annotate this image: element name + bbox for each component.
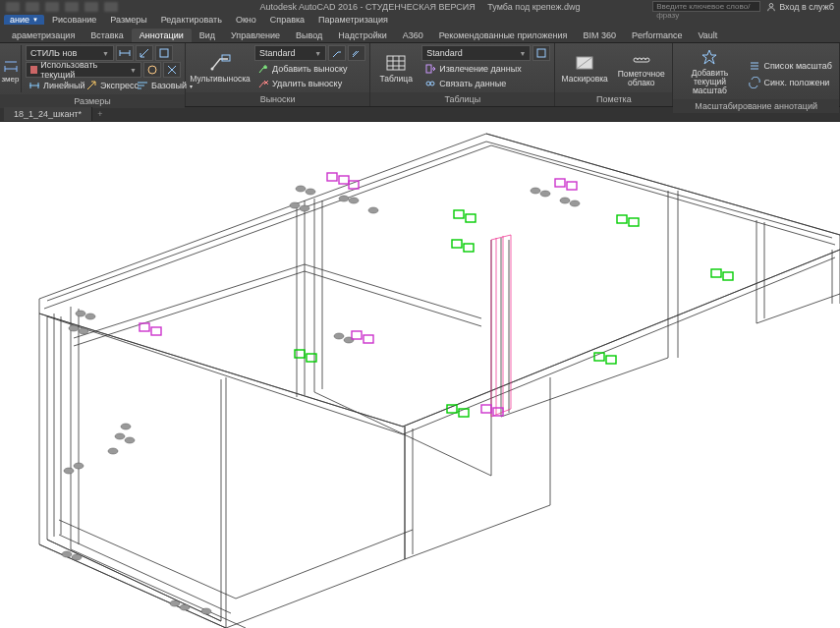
remove-leader[interactable]: Удалить выноску <box>254 77 365 90</box>
svg-rect-64 <box>151 327 161 335</box>
search-input[interactable]: Введите ключевое слово/фразу <box>652 1 760 12</box>
svg-rect-62 <box>493 408 503 416</box>
panel-leaders-title: Выноски <box>186 92 369 106</box>
dim-tool-2[interactable] <box>136 45 153 61</box>
tab-insert[interactable]: Вставка <box>83 29 131 42</box>
svg-rect-41 <box>466 214 476 222</box>
dim-label: змер <box>1 75 19 84</box>
panel-tables-title: Таблицы <box>370 92 554 106</box>
leader-tool-2[interactable] <box>348 45 365 61</box>
tab-addons[interactable]: Надстройки <box>330 29 394 42</box>
svg-rect-61 <box>481 405 491 413</box>
tab-vault[interactable]: Vault <box>691 29 726 42</box>
svg-point-21 <box>349 198 359 203</box>
svg-rect-2 <box>30 66 37 74</box>
tab-recommended[interactable]: Рекомендованные приложения <box>431 29 576 42</box>
dim-tool-5[interactable] <box>163 62 181 78</box>
svg-point-12 <box>76 311 85 316</box>
table-tool-1[interactable] <box>532 45 550 61</box>
menu-draw[interactable]: Рисование <box>46 15 102 25</box>
extract-data[interactable]: Извлечение данных <box>421 62 550 76</box>
svg-rect-54 <box>327 173 337 181</box>
drawing-canvas[interactable] <box>0 122 840 628</box>
tab-a360[interactable]: A360 <box>395 29 431 42</box>
svg-rect-5 <box>222 55 230 61</box>
baseline-dim[interactable]: Базовый▾ <box>134 79 181 92</box>
svg-point-27 <box>115 433 125 439</box>
svg-rect-48 <box>295 350 305 358</box>
svg-rect-58 <box>567 182 577 190</box>
svg-rect-45 <box>629 218 639 226</box>
menu-edit[interactable]: Редактировать <box>155 15 228 25</box>
svg-point-16 <box>296 186 306 192</box>
panel-scale-title: Масштабирование аннотаций <box>673 99 839 113</box>
use-current-dropdown[interactable]: Использовать текущий▼ <box>26 62 141 78</box>
svg-point-31 <box>74 463 84 469</box>
svg-point-25 <box>560 198 570 203</box>
svg-point-23 <box>531 188 540 194</box>
dim-tool-3[interactable] <box>155 45 173 61</box>
tab-parametrize[interactable]: араметризация <box>4 29 83 42</box>
svg-rect-43 <box>464 244 474 252</box>
leader-tool-1[interactable] <box>328 45 346 61</box>
svg-point-28 <box>125 437 135 443</box>
revcloud-button[interactable]: Пометочное облако <box>614 46 668 89</box>
app-menu[interactable]: ание▼ <box>4 15 44 25</box>
menu-dims[interactable]: Размеры <box>104 15 152 25</box>
multileader-button[interactable]: Мультивыноска <box>190 51 251 86</box>
svg-rect-55 <box>339 176 349 184</box>
dim-style-dropdown[interactable]: СТИЛЬ нов▼ <box>26 45 114 61</box>
svg-rect-59 <box>352 331 362 339</box>
svg-rect-40 <box>454 210 464 218</box>
svg-point-17 <box>306 189 315 195</box>
menu-param[interactable]: Параметризация <box>312 15 394 25</box>
menu-help[interactable]: Справка <box>264 15 310 25</box>
scale-list[interactable]: Список масштаб <box>746 59 835 73</box>
leader-style-dropdown[interactable]: Standard▼ <box>254 45 326 61</box>
login-button[interactable]: Вход в служб <box>766 2 834 12</box>
dim-tool-1[interactable] <box>116 45 134 61</box>
svg-rect-1 <box>160 49 168 57</box>
svg-point-4 <box>211 67 214 70</box>
svg-rect-53 <box>606 356 616 364</box>
tab-performance[interactable]: Performance <box>624 29 691 42</box>
tab-view[interactable]: Вид <box>192 29 223 42</box>
svg-point-24 <box>540 191 550 197</box>
svg-point-19 <box>300 205 309 211</box>
add-file-tab[interactable]: + <box>92 109 108 119</box>
sync-positions[interactable]: Синх. положени <box>746 76 835 89</box>
add-leader[interactable]: Добавить выноску <box>254 62 365 76</box>
table-style-dropdown[interactable]: Standard▼ <box>421 45 531 61</box>
svg-rect-49 <box>307 354 316 362</box>
svg-point-33 <box>72 554 82 560</box>
svg-point-39 <box>121 424 131 429</box>
svg-point-15 <box>79 328 88 334</box>
tab-annotations[interactable]: Аннотации <box>132 29 192 42</box>
linear-dim[interactable]: Линейный <box>26 79 81 92</box>
svg-rect-51 <box>459 409 469 417</box>
svg-rect-8 <box>426 65 431 73</box>
link-data[interactable]: Связать данные <box>421 77 550 90</box>
svg-rect-7 <box>537 49 545 57</box>
file-tab[interactable]: 18_1_24_шкант* <box>4 107 92 121</box>
svg-point-0 <box>769 3 773 7</box>
tab-bim360[interactable]: BIM 360 <box>575 29 624 42</box>
svg-rect-57 <box>555 179 565 187</box>
table-button[interactable]: Таблица <box>374 51 418 86</box>
svg-point-13 <box>85 314 95 319</box>
app-title: Autodesk AutoCAD 2016 - СТУДЕНЧЕСКАЯ ВЕР… <box>260 2 476 12</box>
tab-output[interactable]: Вывод <box>288 29 330 42</box>
express-dim[interactable]: Экспресс <box>83 79 132 92</box>
svg-point-20 <box>339 196 349 201</box>
svg-rect-47 <box>723 272 733 280</box>
svg-point-32 <box>62 551 72 557</box>
svg-point-35 <box>180 604 190 610</box>
svg-point-14 <box>69 325 79 331</box>
file-title: Тумба под крепеж.dwg <box>487 2 580 12</box>
dim-tool-4[interactable] <box>143 62 161 78</box>
svg-rect-6 <box>387 56 405 70</box>
tab-manage[interactable]: Управление <box>223 29 288 42</box>
wipeout-button[interactable]: Маскировка <box>559 51 610 86</box>
add-scale-button[interactable]: Добавить текущий масштаб <box>677 45 742 97</box>
menu-window[interactable]: Окно <box>230 15 262 25</box>
